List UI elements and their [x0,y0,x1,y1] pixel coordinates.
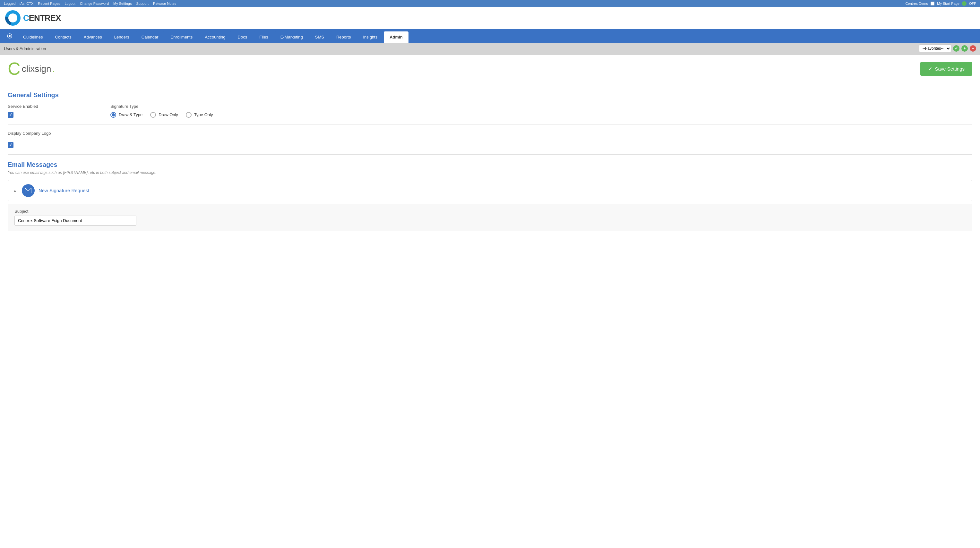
nav-home-button[interactable] [3,30,17,43]
main-content: C clixsign . ✓ Save Settings General Set… [0,54,980,548]
divider-3 [8,154,972,155]
centrex-demo-label: Centrex Demo [905,2,928,5]
support-link[interactable]: Support [136,2,149,5]
new-signature-request-label[interactable]: New Signature Request [38,188,89,193]
nav-sms-button[interactable]: SMS [309,32,330,43]
general-settings-title: General Settings [8,91,972,99]
sig-draw-only-option[interactable]: Draw Only [150,112,178,118]
service-enabled-group: Service Enabled [8,104,104,118]
clixsign-dot-icon: . [52,64,55,74]
nav-advances-button[interactable]: Advances [78,32,108,43]
nav-calendar-button[interactable]: Calendar [136,32,164,43]
email-messages-title: Email Messages [8,161,972,168]
sub-header-title: Users & Administration [4,46,46,51]
logged-in-label: Logged In As: CTX [4,2,33,5]
nav-contacts-button[interactable]: Contacts [49,32,77,43]
toggle-indicator [962,1,967,6]
subject-label: Subject [14,209,966,214]
nav-insights-button[interactable]: Insights [357,32,383,43]
sig-draw-only-radio[interactable] [150,112,156,118]
toggle-state-label: OFF [969,2,976,5]
nav-docs-button[interactable]: Docs [232,32,253,43]
clixsign-text: clixsign [22,64,51,74]
divider-1 [8,85,972,85]
logout-link[interactable]: Logout [65,2,75,5]
nav-accounting-button[interactable]: Accounting [199,32,231,43]
logo-text: CENTREX [23,13,60,23]
my-start-page-link[interactable]: My Start Page [937,2,959,5]
save-button-label: Save Settings [935,66,965,71]
save-check-icon: ✓ [928,66,932,72]
general-settings-section: General Settings Service Enabled Signatu… [8,91,972,118]
recent-pages-link[interactable]: Recent Pages [38,2,60,5]
display-logo-section: Display Company Logo [8,131,972,148]
favorites-check-button[interactable]: ✓ [953,45,959,52]
logo-inner [8,13,18,22]
favorites-add-button[interactable]: + [961,45,968,52]
settings-grid: Service Enabled Signature Type Draw & Ty… [8,104,972,118]
favorites-select[interactable]: --Favorites-- [919,44,951,52]
top-bar-left: Logged In As: CTX Recent Pages Logout Ch… [4,2,176,5]
nav-emarketing-button[interactable]: E-Marketing [275,32,309,43]
svg-point-1 [9,35,11,37]
content-header: C clixsign . ✓ Save Settings [8,61,972,77]
clixsign-logo: C clixsign . [8,61,55,77]
display-logo-label: Display Company Logo [8,131,972,136]
my-settings-link[interactable]: My Settings [113,2,132,5]
envelope-icon [22,184,35,197]
sig-draw-and-type-label: Draw & Type [119,112,143,117]
signature-type-group: Signature Type Draw & Type Draw Only Typ… [110,104,972,118]
top-bar-right: Centrex Demo My Start Page OFF [905,1,976,6]
top-bar: Logged In As: CTX Recent Pages Logout Ch… [0,0,980,7]
nav-reports-button[interactable]: Reports [331,32,357,43]
subject-area: Subject [8,204,972,231]
change-password-link[interactable]: Change Password [80,2,109,5]
sig-type-only-radio[interactable] [186,112,192,118]
service-enabled-label: Service Enabled [8,104,104,109]
logo-circle-icon [5,10,21,25]
nav-enrollments-button[interactable]: Enrollments [165,32,199,43]
nav-bar: Guidelines Contacts Advances Lenders Cal… [0,29,980,43]
email-messages-section: Email Messages You can use email tags su… [8,161,972,231]
header: CENTREX [0,7,980,29]
sig-draw-and-type-radio[interactable] [110,112,116,118]
nav-guidelines-button[interactable]: Guidelines [18,32,48,43]
collapse-arrow-icon[interactable]: ▲ [13,189,17,192]
sub-header: Users & Administration --Favorites-- ✓ +… [0,43,980,54]
sig-draw-and-type-option[interactable]: Draw & Type [110,112,143,118]
sig-draw-only-label: Draw Only [159,112,178,117]
sub-header-right: --Favorites-- ✓ + − [919,44,976,52]
sig-type-only-label: Type Only [194,112,213,117]
subject-input[interactable] [14,216,136,226]
signature-type-options: Draw & Type Draw Only Type Only [110,112,972,118]
signature-type-label: Signature Type [110,104,972,109]
nav-lenders-button[interactable]: Lenders [108,32,135,43]
favorites-remove-button[interactable]: − [970,45,976,52]
new-signature-request-row: ▲ New Signature Request [8,180,972,201]
checkbox-icon [931,2,934,5]
nav-admin-button[interactable]: Admin [384,32,408,43]
logo-area: CENTREX [5,10,60,25]
sig-type-only-option[interactable]: Type Only [186,112,213,118]
service-enabled-checkbox[interactable] [8,112,13,118]
release-notes-link[interactable]: Release Notes [153,2,176,5]
nav-files-button[interactable]: Files [253,32,274,43]
clixsign-bracket-icon: C [8,61,21,77]
email-hint-text: You can use email tags such as {FIRSTNAM… [8,170,972,175]
save-settings-button[interactable]: ✓ Save Settings [920,62,972,76]
display-logo-checkbox[interactable] [8,142,13,148]
